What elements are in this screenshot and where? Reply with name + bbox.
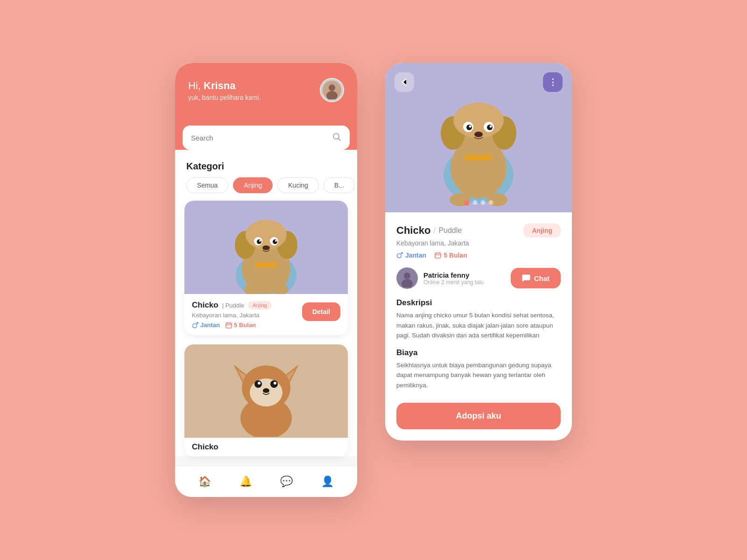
search-icon [332, 132, 341, 143]
image-dots [464, 200, 493, 206]
dot-1[interactable] [464, 200, 470, 206]
svg-point-18 [259, 240, 261, 242]
svg-point-19 [275, 240, 277, 242]
description-section: Deskripsi Nama anjing chicko umur 5 bula… [396, 298, 561, 341]
svg-point-56 [487, 125, 493, 130]
svg-rect-60 [465, 155, 493, 161]
tab-other[interactable]: B... [324, 177, 355, 193]
svg-point-17 [273, 239, 277, 244]
svg-point-55 [466, 125, 472, 130]
tab-anjing[interactable]: Anjing [233, 177, 273, 193]
pet-title-left: Chicko / Puddle [396, 224, 462, 237]
more-options-button[interactable]: ⋮ [543, 72, 563, 92]
adopt-button[interactable]: Adopsi aku [396, 403, 561, 429]
screen2-detail-view: ⋮ 🍌 🍌 🍌 [385, 63, 572, 441]
bottom-nav: 🏠 🔔 💬 👤 [175, 466, 357, 497]
home-icon: 🏠 [198, 476, 211, 488]
profile-icon: 👤 [321, 476, 334, 488]
title-separator: / [433, 226, 436, 236]
search-bar [183, 126, 350, 150]
detail-button[interactable]: Detail [302, 302, 340, 321]
back-button[interactable] [395, 72, 414, 92]
tab-semua[interactable]: Semua [186, 177, 228, 193]
nav-notifications[interactable]: 🔔 [232, 474, 260, 490]
svg-point-43 [263, 388, 269, 393]
user-name: Krisna [204, 80, 235, 91]
owner-name: Patricia fenny [423, 271, 484, 279]
pet-card-2: Chicko [184, 344, 348, 456]
svg-point-1 [329, 84, 335, 91]
nav-home[interactable]: 🏠 [191, 474, 218, 490]
svg-point-42 [274, 382, 276, 385]
owner-info: Patricia fenny Online 2 menit yang lalu [396, 267, 484, 289]
pet-card-image-2 [184, 344, 348, 438]
screen1-list-view: Hi, Krisna yuk, bantu pelihara kami. [175, 63, 357, 497]
screen1-header: Hi, Krisna yuk, bantu pelihara kami. [175, 63, 357, 116]
pet-card-2-name-partial: Chicko [184, 438, 348, 456]
owner-avatar [396, 267, 418, 289]
screen2-content: Chicko / Puddle Anjing Kebayoran lama, J… [385, 212, 572, 391]
pet-location-detail: Kebayoran lama, Jakarta [396, 239, 561, 247]
svg-rect-21 [254, 263, 278, 267]
svg-point-16 [257, 239, 261, 244]
pet-location-1: Kebayoran lama, Jakarta [192, 312, 272, 319]
svg-rect-67 [435, 253, 441, 258]
avatar[interactable] [320, 78, 344, 102]
svg-point-57 [469, 126, 472, 128]
svg-rect-28 [226, 323, 232, 328]
svg-point-63 [397, 254, 402, 258]
svg-point-72 [404, 273, 410, 279]
chat-nav-icon: 💬 [280, 476, 293, 488]
greeting-prefix: Hi, [188, 80, 204, 91]
svg-point-59 [474, 132, 483, 137]
svg-point-20 [262, 245, 270, 250]
dot-3[interactable] [481, 200, 486, 205]
pet-card-info-1: Chicko | Puddle Anjing Kebayoran lama, J… [184, 294, 348, 335]
bell-icon: 🔔 [240, 476, 252, 488]
owner-row: Patricia fenny Online 2 menit yang lalu … [396, 267, 561, 289]
pet-gender-1: Jantan [192, 322, 220, 329]
pet-card-chicko: 🍌 🍌 🍌 [184, 201, 348, 335]
chat-button[interactable]: Chat [511, 268, 561, 288]
pet-age-1: 5 Bulan [226, 322, 256, 329]
svg-point-41 [258, 382, 261, 385]
pet-details-row: Jantan 5 Bulan [396, 252, 561, 259]
screen1-body: Kategori Semua Anjing Kucing B... [175, 150, 357, 456]
screen2-hero: ⋮ 🍌 🍌 🍌 [385, 63, 572, 212]
pet-breed-1: | Puddle [222, 302, 244, 309]
biaya-section: Biaya Seikhlasnya untuk biaya pembanguna… [396, 348, 561, 391]
svg-line-4 [338, 139, 341, 141]
dot-2[interactable] [473, 200, 478, 205]
svg-point-24 [193, 323, 197, 328]
category-tabs: Semua Anjing Kucing B... [175, 177, 357, 201]
biaya-text: Seikhlasnya untuk biaya pembangunan gedu… [396, 360, 561, 391]
svg-point-58 [490, 126, 492, 128]
anjing-badge: Anjing [523, 224, 561, 238]
dot-4[interactable] [489, 200, 493, 205]
kategori-title: Kategori [175, 150, 357, 177]
owner-status: Online 2 menit yang lalu [423, 279, 484, 286]
search-input[interactable] [191, 134, 327, 142]
pet-name-1: Chicko [192, 301, 218, 310]
pet-badge-1: Anjing [248, 301, 272, 309]
tab-kucing[interactable]: Kucing [277, 177, 319, 193]
svg-point-13 [246, 220, 287, 250]
pet-card-image-1: 🍌 🍌 🍌 [184, 201, 348, 294]
biaya-title: Biaya [396, 348, 561, 357]
pet-title-row: Chicko / Puddle Anjing [396, 224, 561, 238]
search-bar-wrapper [175, 116, 357, 150]
nav-chat[interactable]: 💬 [273, 474, 300, 490]
deskripsi-text: Nama anjing chicko umur 5 bulan kondisi … [396, 310, 561, 341]
pet-age-detail: 5 Bulan [435, 252, 467, 259]
nav-profile[interactable]: 👤 [314, 474, 341, 490]
pet-breed-detail: Puddle [438, 226, 462, 235]
pet-main-name: Chicko [396, 224, 430, 237]
pet-gender-detail: Jantan [396, 252, 426, 259]
deskripsi-title: Deskripsi [396, 298, 561, 308]
